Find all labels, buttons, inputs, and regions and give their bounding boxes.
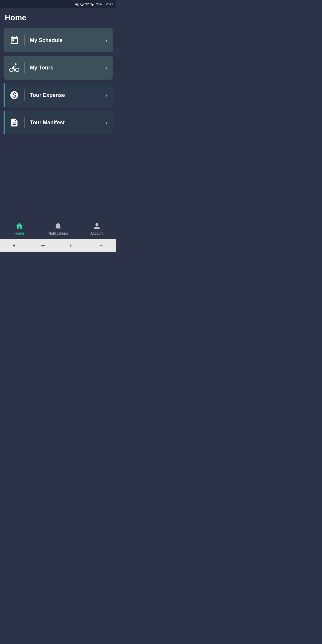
system-nav-bar: ● ⇌ □ ←: [0, 239, 116, 252]
status-bar: 72% 12:33: [0, 0, 116, 8]
my-tours-label: My Tours: [30, 65, 105, 71]
signal-icon: [90, 2, 94, 6]
square-button[interactable]: □: [70, 243, 73, 248]
nav-home-label: Home: [15, 231, 24, 236]
tour-manifest-card[interactable]: Tour Manifest ›: [4, 111, 113, 134]
battery-text: 72%: [95, 2, 102, 6]
accent-bar: [4, 83, 5, 107]
status-icons: 72% 12:33: [75, 2, 113, 6]
divider: [24, 62, 25, 73]
accent-bar: [4, 111, 5, 134]
alarm-icon: [80, 2, 84, 6]
nav-notifications-label: Notifications: [48, 231, 68, 236]
bottom-nav: Home Notifications Account: [0, 218, 116, 239]
chevron-right-icon: ›: [105, 37, 107, 44]
calendar-icon: [9, 35, 20, 46]
person-icon: [93, 222, 101, 230]
divider: [24, 90, 25, 100]
tour-expense-card[interactable]: Tour Expense ›: [4, 83, 113, 107]
tour-manifest-label: Tour Manifest: [30, 120, 105, 126]
nav-account-label: Account: [90, 231, 103, 236]
chevron-right-icon: ›: [105, 64, 107, 71]
time-display: 12:33: [104, 2, 113, 6]
wifi-icon: [85, 2, 89, 6]
chevron-right-icon: ›: [105, 119, 107, 126]
dollar-icon: [9, 90, 20, 100]
my-tours-card[interactable]: My Tours ›: [4, 56, 113, 80]
bike-icon: [9, 62, 20, 73]
bell-icon: [54, 222, 62, 230]
divider: [24, 35, 25, 46]
nav-home[interactable]: Home: [0, 222, 39, 236]
chevron-right-icon: ›: [105, 92, 107, 99]
my-schedule-card[interactable]: My Schedule ›: [4, 28, 113, 52]
circle-button[interactable]: ●: [13, 243, 16, 248]
nav-notifications[interactable]: Notifications: [39, 222, 78, 236]
page-title: Home: [4, 13, 113, 22]
main-content: Home My Schedule › My Tours › Tour: [0, 8, 116, 218]
my-schedule-label: My Schedule: [30, 37, 105, 44]
back-button[interactable]: ←: [99, 243, 103, 248]
divider: [24, 117, 25, 128]
nav-account[interactable]: Account: [78, 222, 116, 236]
manifest-icon: [9, 117, 20, 128]
mute-icon: [75, 2, 79, 6]
home-icon: [15, 222, 24, 230]
recents-button[interactable]: ⇌: [41, 243, 45, 248]
tour-expense-label: Tour Expense: [30, 92, 105, 98]
